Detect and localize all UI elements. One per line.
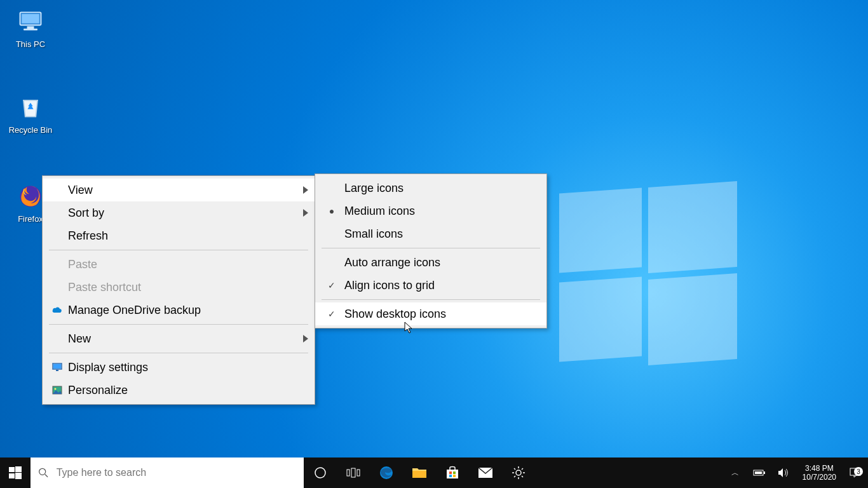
taskbar-mail[interactable] [469,458,502,488]
svg-rect-26 [453,475,456,477]
menu-label: Small icons [344,227,403,241]
svg-point-16 [315,468,325,478]
taskbar-cortana[interactable] [304,458,337,488]
menu-label: Large icons [344,182,403,195]
svg-rect-11 [15,466,22,472]
svg-rect-1 [22,14,39,24]
svg-line-33 [514,468,515,470]
display-icon [50,363,64,372]
menu-separator [49,324,308,325]
taskbar-settings[interactable] [502,458,535,488]
desktop[interactable]: This PC Recycle Bin Firefox View Sort by… [0,0,868,488]
svg-line-34 [522,476,523,477]
firefox-icon [15,181,46,212]
menu-item-personalize[interactable]: Personalize [43,379,315,402]
svg-point-28 [516,470,521,475]
taskbar-store[interactable] [436,458,469,488]
menu-label: Refresh [68,229,108,243]
submenu-item-medium-icons[interactable]: ●Medium icons [315,200,546,222]
mail-icon [478,467,493,478]
svg-rect-25 [449,475,452,477]
submenu-item-large-icons[interactable]: Large icons [315,177,546,200]
submenu-item-align-grid[interactable]: ✓Align icons to grid [315,274,546,297]
menu-item-new[interactable]: New [43,327,315,350]
menu-separator [322,248,540,248]
menu-separator [322,299,540,300]
menu-item-view[interactable]: View [43,179,315,201]
chevron-right-icon [303,335,308,342]
svg-rect-17 [347,470,349,476]
menu-label: Sort by [68,207,104,220]
submenu-item-auto-arrange[interactable]: Auto arrange icons [315,251,546,274]
menu-label: Align icons to grid [344,279,435,292]
menu-label: Display settings [68,361,148,374]
clock-time: 3:48 PM [803,464,836,473]
notification-badge: 3 [854,467,863,476]
menu-item-display-settings[interactable]: Display settings [43,356,315,379]
tray-battery[interactable] [749,468,770,477]
windows-logo-icon [9,466,22,479]
clock-date: 10/7/2020 [803,473,836,482]
svg-line-15 [45,475,48,477]
battery-icon [753,468,766,477]
menu-separator [49,250,308,250]
svg-rect-22 [447,470,458,478]
menu-label: Personalize [68,384,128,397]
gear-icon [512,466,526,480]
svg-rect-39 [755,471,762,474]
svg-rect-12 [9,473,15,478]
menu-label: View [68,184,93,197]
chevron-right-icon [303,209,308,217]
desktop-icon-this-pc[interactable]: This PC [5,6,56,50]
windows-logo-wallpaper [559,184,737,362]
taskbar-pinned-apps [304,458,535,488]
menu-separator [49,353,308,353]
search-input[interactable] [57,467,296,478]
taskbar-edge[interactable] [370,458,403,488]
menu-label: Medium icons [344,205,415,218]
taskbar-search[interactable] [31,458,304,488]
edge-icon [379,465,394,480]
svg-rect-13 [15,473,22,479]
tray-overflow[interactable]: ︿ [725,468,745,478]
svg-rect-6 [53,364,61,369]
svg-rect-24 [453,471,456,474]
svg-line-36 [522,468,523,470]
task-view-icon [346,467,360,478]
search-icon [38,467,49,478]
cortana-icon [314,466,327,479]
start-button[interactable] [0,458,31,488]
menu-item-refresh[interactable]: Refresh [43,224,315,247]
chevron-right-icon [303,186,308,194]
menu-item-manage-onedrive[interactable]: Manage OneDrive backup [43,299,315,322]
svg-rect-2 [27,26,34,29]
submenu-item-small-icons[interactable]: Small icons [315,222,546,245]
check-icon: ✓ [323,280,341,290]
store-icon [445,466,459,480]
svg-rect-7 [56,370,58,371]
menu-item-paste: Paste [43,253,315,276]
taskbar-file-explorer[interactable] [403,458,436,488]
tray-volume[interactable] [773,468,794,478]
volume-icon [778,468,789,478]
menu-item-sort-by[interactable]: Sort by [43,201,315,224]
tray-action-center[interactable]: 3 [845,467,865,478]
menu-label: Show desktop icons [344,308,446,321]
svg-point-9 [55,388,57,390]
taskbar-task-view[interactable] [337,458,370,488]
svg-rect-23 [449,471,452,474]
tray-clock[interactable]: 3:48 PM 10/7/2020 [797,464,841,482]
desktop-icon-label: Recycle Bin [5,125,56,135]
svg-rect-18 [351,468,355,477]
taskbar: ︿ 3:48 PM 10/7/2020 3 [0,458,868,488]
svg-rect-38 [764,471,765,474]
menu-label: New [68,332,91,346]
svg-rect-3 [24,29,37,30]
menu-label: Auto arrange icons [344,256,440,269]
desktop-context-menu: View Sort by Refresh Paste Paste shortcu… [42,175,315,405]
desktop-icon-recycle-bin[interactable]: Recycle Bin [5,92,56,135]
personalize-icon [50,386,64,395]
svg-line-35 [514,476,515,477]
menu-label: Paste shortcut [68,281,141,294]
submenu-item-show-desktop-icons[interactable]: ✓Show desktop icons [315,302,546,325]
